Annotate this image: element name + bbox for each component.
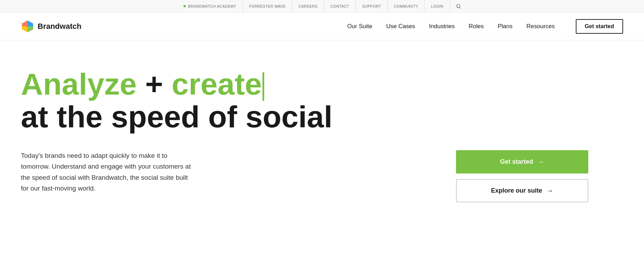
hero-headline-speed: at the speed of social: [21, 99, 332, 134]
top-bar-careers-label: CAREERS: [299, 4, 318, 8]
search-icon[interactable]: [450, 0, 467, 12]
top-bar-contact-label: CONTACT: [330, 4, 349, 8]
top-bar-support[interactable]: SUPPORT: [356, 0, 387, 12]
hero-plus-sign: +: [145, 67, 172, 101]
hero-section: Analyze + create at the speed of social …: [0, 40, 644, 223]
main-nav: Brandwatch Our Suite Use Cases Industrie…: [0, 13, 644, 40]
hero-headline-analyze: Analyze: [21, 67, 137, 101]
top-bar-forrester[interactable]: FORRESTER WAVE: [243, 0, 292, 12]
top-bar-community[interactable]: COMMUNITY: [388, 0, 425, 12]
hero-bottom: Today's brands need to adapt quickly to …: [21, 150, 623, 202]
top-bar: BRANDWATCH ACADEMY FORRESTER WAVE CAREER…: [0, 0, 644, 13]
cta-secondary-label: Explore our suite: [491, 187, 542, 194]
cta-secondary-arrow-icon: →: [547, 187, 553, 195]
logo-icon: [21, 20, 34, 33]
cta-primary-arrow-icon: →: [537, 158, 544, 166]
cta-primary-label: Get started: [500, 158, 533, 165]
hero-explore-suite-button[interactable]: Explore our suite →: [456, 179, 588, 202]
top-bar-login[interactable]: LOGIN: [425, 0, 450, 12]
nav-our-suite[interactable]: Our Suite: [347, 23, 372, 30]
hero-cta-group: Get started → Explore our suite →: [456, 150, 588, 202]
top-bar-support-label: SUPPORT: [362, 4, 381, 8]
hero-description: Today's brands need to adapt quickly to …: [21, 150, 195, 194]
nav-links: Our Suite Use Cases Industries Roles Pla…: [347, 23, 555, 30]
hero-headline: Analyze + create at the speed of social: [21, 68, 404, 133]
hero-get-started-button[interactable]: Get started →: [456, 150, 588, 173]
nav-plans[interactable]: Plans: [498, 23, 513, 30]
nav-roles[interactable]: Roles: [469, 23, 484, 30]
hero-headline-create: create: [172, 67, 262, 101]
svg-point-0: [456, 4, 460, 7]
logo-text: Brandwatch: [38, 22, 81, 31]
live-dot-icon: [183, 5, 186, 7]
top-bar-academy-label: BRANDWATCH ACADEMY: [188, 4, 236, 8]
logo[interactable]: Brandwatch: [21, 20, 81, 33]
top-bar-community-label: COMMUNITY: [394, 4, 418, 8]
nav-get-started-button[interactable]: Get started: [576, 19, 623, 34]
top-bar-contact[interactable]: CONTACT: [324, 0, 356, 12]
top-bar-academy[interactable]: BRANDWATCH ACADEMY: [177, 0, 243, 12]
top-bar-login-label: LOGIN: [431, 4, 443, 8]
nav-resources[interactable]: Resources: [526, 23, 555, 30]
cursor-blink: [262, 72, 264, 101]
nav-use-cases[interactable]: Use Cases: [386, 23, 415, 30]
svg-line-1: [460, 7, 461, 9]
top-bar-forrester-label: FORRESTER WAVE: [249, 4, 286, 8]
top-bar-careers[interactable]: CAREERS: [292, 0, 324, 12]
nav-industries[interactable]: Industries: [429, 23, 455, 30]
